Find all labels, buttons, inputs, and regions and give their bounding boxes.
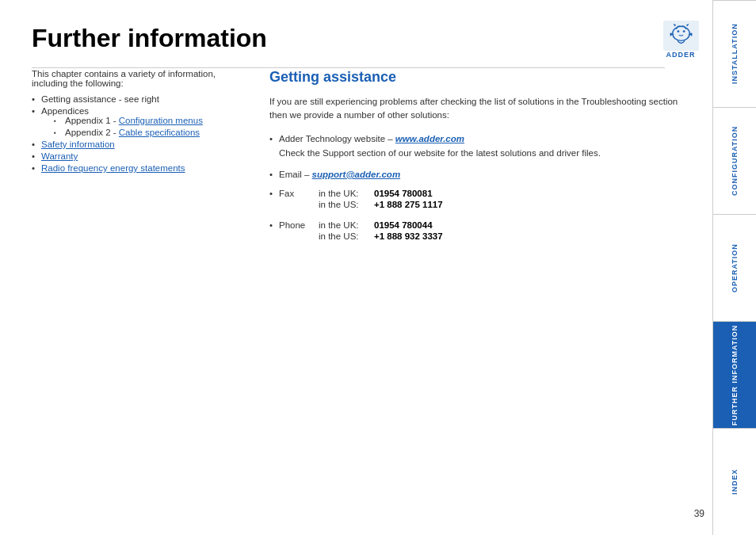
section-heading: Getting assistance bbox=[269, 69, 681, 86]
phone-us-number: +1 888 932 3337 bbox=[374, 231, 443, 241]
sidebar: INSTALLATION CONFIGURATION OPERATION FUR… bbox=[712, 0, 756, 535]
list-item-safety: Safety information bbox=[32, 139, 238, 149]
fax-us-region: in the US: bbox=[319, 200, 374, 209]
page-title: Further information bbox=[32, 24, 681, 53]
sidebar-tab-index-label: INDEX bbox=[731, 469, 739, 495]
email-link[interactable]: support@adder.com bbox=[312, 170, 401, 179]
svg-point-2 bbox=[677, 30, 679, 32]
right-column: Getting assistance If you are still expe… bbox=[269, 69, 681, 243]
toc-list: Getting assistance - see right Appendice… bbox=[32, 94, 238, 173]
email-item: Email – support@adder.com bbox=[269, 170, 681, 179]
left-column: This chapter contains a variety of infor… bbox=[32, 69, 254, 175]
page-number: 39 bbox=[694, 508, 704, 519]
radio-link[interactable]: Radio frequency energy statements bbox=[41, 163, 185, 173]
config-menus-link[interactable]: Configuration menus bbox=[119, 116, 203, 125]
list-item: Getting assistance - see right bbox=[32, 94, 238, 104]
website-description: Check the Support section of our website… bbox=[279, 147, 681, 160]
sub-list-item: Appendix 2 - Cable specifications bbox=[54, 128, 238, 137]
cable-specs-link[interactable]: Cable specifications bbox=[119, 128, 200, 137]
sidebar-tab-installation[interactable]: INSTALLATION bbox=[713, 0, 756, 107]
fax-uk-region: in the UK: bbox=[319, 189, 374, 198]
email-label: Email bbox=[279, 170, 302, 179]
safety-link[interactable]: Safety information bbox=[41, 139, 115, 149]
fax-uk-line: in the UK: 01954 780081 bbox=[319, 189, 443, 198]
phone-us-region: in the US: bbox=[319, 231, 374, 241]
fax-details: in the UK: 01954 780081 in the US: +1 88… bbox=[319, 189, 443, 211]
sub-list: Appendix 1 - Configuration menus Appendi… bbox=[41, 116, 238, 137]
fax-uk-number: 01954 780081 bbox=[374, 189, 433, 198]
appendices-label: Appendices bbox=[41, 106, 89, 116]
adder-logo-icon bbox=[663, 21, 699, 51]
fax-row: Fax in the UK: 01954 780081 in the US: +… bbox=[279, 189, 681, 211]
appendix2-prefix: Appendix 2 - bbox=[65, 128, 119, 137]
contact-list: Adder Technology website – www.adder.com… bbox=[269, 134, 681, 243]
phone-us-line: in the US: +1 888 932 3337 bbox=[319, 231, 443, 241]
phone-details: in the UK: 01954 780044 in the US: +1 88… bbox=[319, 220, 443, 243]
phone-row: Phone in the UK: 01954 780044 in the US:… bbox=[279, 220, 681, 243]
website-link[interactable]: www.adder.com bbox=[395, 134, 464, 143]
list-item-text: Getting assistance - see right bbox=[41, 94, 159, 104]
fax-us-line: in the US: +1 888 275 1117 bbox=[319, 200, 443, 209]
list-item-appendices: Appendices Appendix 1 - Configuration me… bbox=[32, 106, 238, 137]
sub-list-item: Appendix 1 - Configuration menus bbox=[54, 116, 238, 125]
divider bbox=[32, 67, 665, 68]
svg-point-3 bbox=[682, 30, 685, 32]
sidebar-tab-installation-label: INSTALLATION bbox=[731, 24, 739, 85]
section-intro: If you are still experiencing problems a… bbox=[269, 95, 681, 123]
sidebar-tab-configuration-label: CONFIGURATION bbox=[731, 126, 739, 196]
email-separator: – bbox=[304, 170, 309, 179]
website-label: Adder Technology website bbox=[279, 134, 385, 143]
sidebar-tab-operation[interactable]: OPERATION bbox=[713, 214, 756, 321]
brand-name: ADDER bbox=[666, 51, 695, 59]
fax-item: Fax in the UK: 01954 780081 in the US: +… bbox=[269, 189, 681, 211]
website-separator: – bbox=[388, 134, 392, 143]
phone-uk-line: in the UK: 01954 780044 bbox=[319, 220, 443, 230]
email-address: support@adder.com bbox=[312, 170, 401, 179]
website-item: Adder Technology website – www.adder.com… bbox=[269, 134, 681, 160]
phone-uk-region: in the UK: bbox=[319, 220, 374, 230]
warranty-link[interactable]: Warranty bbox=[41, 151, 78, 161]
list-item-radio: Radio frequency energy statements bbox=[32, 163, 238, 173]
fax-us-number: +1 888 275 1117 bbox=[374, 200, 443, 209]
sidebar-tab-further-information[interactable]: FURTHER INFORMATION bbox=[713, 321, 756, 428]
phone-uk-number: 01954 780044 bbox=[374, 220, 433, 230]
sidebar-tab-operation-label: OPERATION bbox=[731, 243, 739, 292]
logo-area: ADDER bbox=[657, 20, 704, 59]
list-item-warranty: Warranty bbox=[32, 151, 238, 161]
sidebar-tab-configuration[interactable]: CONFIGURATION bbox=[713, 107, 756, 214]
website-url: www.adder.com bbox=[395, 134, 464, 143]
appendix1-prefix: Appendix 1 - bbox=[65, 116, 119, 125]
phone-item: Phone in the UK: 01954 780044 in the US:… bbox=[269, 220, 681, 243]
phone-label: Phone bbox=[279, 220, 319, 230]
main-content: Further information This chapter contain… bbox=[0, 0, 712, 535]
fax-label: Fax bbox=[279, 189, 319, 198]
sidebar-tab-further-label: FURTHER INFORMATION bbox=[731, 324, 739, 425]
sidebar-tab-index[interactable]: INDEX bbox=[713, 428, 756, 535]
intro-text: This chapter contains a variety of infor… bbox=[32, 69, 238, 88]
